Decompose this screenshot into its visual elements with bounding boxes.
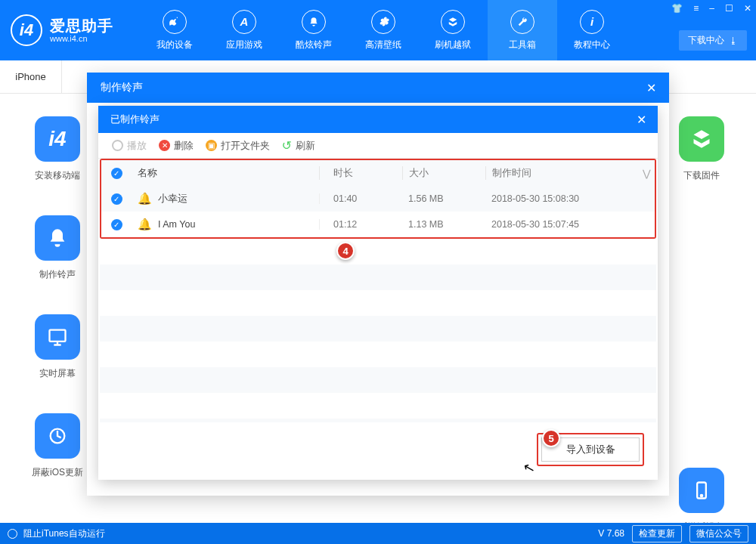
select-all-checkbox[interactable]: ✓ [111,168,122,179]
col-name[interactable]: 名称 [132,166,319,180]
list-toolbar: 播放 ✕删除 ▣打开文件夹 ↻刷新 [98,133,658,159]
svg-rect-0 [50,330,66,342]
download-icon: ⭳ [729,36,738,46]
table-row[interactable]: ✓ 🔔小幸运 01:40 1.56 MB 2018-05-30 15:08:30 [101,186,655,212]
chevron-down-icon[interactable]: ⋁ [637,168,655,179]
top-nav: 我的设备 A 应用游戏 酷炫铃声 ✽ 高清壁纸 刷机越狱 工具箱 i 教程中心 [140,0,627,60]
nav-ringtones[interactable]: 酷炫铃声 [279,0,349,60]
play-button[interactable]: 播放 [112,139,147,153]
col-time[interactable]: 制作时间 [485,166,637,180]
brand-site: www.i4.cn [50,34,113,43]
ringtone-table: ✓ 名称 时长 大小 制作时间 ⋁ ✓ 🔔小幸运 01:40 1.56 MB 2… [100,159,656,239]
open-folder-button[interactable]: ▣打开文件夹 [206,139,270,153]
block-itunes-label[interactable]: 阻止iTunes自动运行 [23,527,105,540]
inner-modal-title: 已制作铃声 [110,113,160,126]
brand[interactable]: i4 爱思助手 www.i4.cn [0,14,140,46]
bell-icon: 🔔 [138,192,152,206]
refresh-button[interactable]: ↻刷新 [282,138,315,153]
wechat-button[interactable]: 微信公众号 [689,525,748,542]
check-update-button[interactable]: 检查更新 [632,525,682,542]
tool-make-ringtone[interactable]: 制作铃声 [32,215,83,281]
menu-icon[interactable]: ≡ [693,3,699,14]
modal-title: 制作铃声 [101,81,143,94]
col-size[interactable]: 大小 [402,166,485,180]
col-duration[interactable]: 时长 [319,166,402,180]
status-bar: 阻止iTunes自动运行 V 7.68 检查更新 微信公众号 [0,523,756,544]
close-icon[interactable]: ✕ [642,79,660,97]
logo-icon: i4 [11,14,42,46]
refresh-icon: ↻ [282,138,292,153]
theme-icon[interactable]: 👕 [671,3,683,14]
step-callout-4: 4 [336,242,355,260]
version-label: V 7.68 [598,528,624,539]
tool-download-firmware[interactable]: 下载固件 [679,116,724,182]
modal-made-ringtones: 已制作铃声 ✕ 播放 ✕删除 ▣打开文件夹 ↻刷新 ✓ 名称 时长 大小 制作时… [98,106,658,480]
delete-button[interactable]: ✕删除 [159,139,194,153]
nav-apps[interactable]: A 应用游戏 [209,0,279,60]
nav-flash[interactable]: 刷机越狱 [418,0,488,60]
close-icon[interactable]: ✕ [744,3,751,14]
minimize-icon[interactable]: – [709,3,714,14]
empty-rows [100,239,656,422]
row-checkbox[interactable]: ✓ [111,219,122,230]
nav-my-device[interactable]: 我的设备 [140,0,209,60]
status-circle-icon [8,529,17,539]
nav-toolbox[interactable]: 工具箱 [488,0,557,60]
tool-live-screen[interactable]: 实时屏幕 [32,314,83,380]
table-row[interactable]: ✓ 🔔I Am You 01:12 1.13 MB 2018-05-30 15:… [101,212,655,237]
nav-wallpaper[interactable]: ✽ 高清壁纸 [349,0,418,60]
maximize-icon[interactable]: ☐ [725,3,733,14]
brand-name: 爱思助手 [50,17,113,34]
window-controls: 👕 ≡ – ☐ ✕ [671,3,751,14]
svg-point-3 [701,495,702,496]
download-center-button[interactable]: 下载中心 ⭳ [679,30,747,51]
table-header: ✓ 名称 时长 大小 制作时间 ⋁ [101,160,655,186]
step-callout-5: 5 [542,429,560,447]
close-icon[interactable]: ✕ [632,110,650,128]
tool-install-mobile[interactable]: i4 安装移动端 [32,116,83,182]
nav-tutorial[interactable]: i 教程中心 [557,0,627,60]
tool-block-update[interactable]: 屏蔽iOS更新 [32,413,83,479]
tab-iphone[interactable]: iPhone [0,60,62,93]
row-checkbox[interactable]: ✓ [111,193,122,205]
app-header: i4 爱思助手 www.i4.cn 我的设备 A 应用游戏 酷炫铃声 ✽ 高清壁… [0,0,756,60]
bell-icon: 🔔 [138,218,152,231]
